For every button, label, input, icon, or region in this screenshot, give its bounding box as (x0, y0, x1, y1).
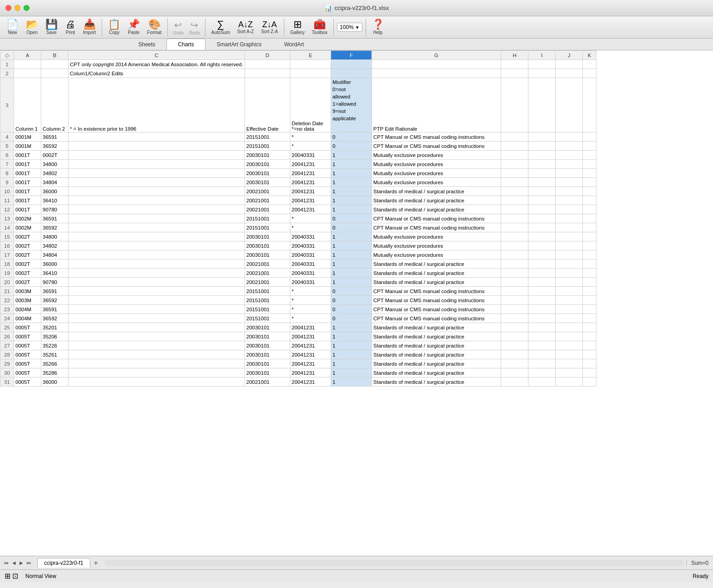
add-sheet-button[interactable]: + (90, 558, 102, 568)
row-num: 18 (0, 260, 14, 269)
table-row: 14 0002M 36592 20151001 * 0 CPT Manual o… (0, 223, 596, 232)
sheet-navigation: ⏮ ◀ ▶ ⏭ (0, 559, 35, 566)
row-num: 25 (0, 323, 14, 332)
col-header-d[interactable]: D (245, 51, 290, 60)
row-num: 3 (0, 78, 14, 132)
spreadsheet-area: ◇ A B C D E F G H I J K 1 CPT only copyr… (0, 50, 713, 556)
sheet-tab[interactable]: ccipra-v223r0-f1 (37, 558, 90, 568)
col-header-f[interactable]: F (331, 51, 372, 60)
row-num: 13 (0, 214, 14, 223)
row-num: 23 (0, 305, 14, 314)
tab-smartart[interactable]: SmartArt Graphics (205, 39, 273, 50)
redo-button[interactable]: ↪ Redo (187, 19, 202, 36)
normal-view-icon[interactable]: ⊞ (5, 572, 10, 580)
table-row: 31 0005T 36000 20021001 20041231 1 Stand… (0, 377, 596, 387)
toolbar: 📄 New 📂 Open 💾 Save 🖨 Print 📥 Import 📋 C… (0, 16, 713, 39)
table-row: 13 0002M 36591 20151001 * 0 CPT Manual o… (0, 214, 596, 223)
table-row: 8 0001T 34802 20030101 20041231 1 Mutual… (0, 169, 596, 178)
table-row: 6 0001T 0002T 20030101 20040331 1 Mutual… (0, 151, 596, 160)
divider-1 (102, 18, 102, 36)
table-row: 5 0001M 36592 20151001 * 0 CPT Manual or… (0, 142, 596, 151)
tab-wordart[interactable]: WordArt (273, 39, 315, 50)
row-num: 2 (0, 69, 14, 78)
column-header-row: ◇ A B C D E F G H I J K (0, 51, 596, 60)
divider-4 (284, 18, 284, 36)
copy-button[interactable]: 📋 Copy (105, 19, 123, 36)
row-num: 6 (0, 151, 14, 160)
file-icon: 📊 (324, 5, 332, 12)
sum-display: Sum=0 (686, 560, 713, 566)
tab-charts[interactable]: Charts (166, 39, 205, 50)
toolbox-button[interactable]: 🧰 Toolbox (309, 19, 330, 36)
table-row: 26 0005T 35206 20030101 20041231 1 Stand… (0, 332, 596, 341)
sort-az-button[interactable]: A↓Z Sort A-Z (234, 20, 257, 35)
nav-last[interactable]: ⏭ (25, 559, 33, 566)
window-title: 📊 ccipra-v223r0-f1.xlsx (324, 5, 389, 12)
table-row: 29 0005T 35266 20030101 20041231 1 Stand… (0, 359, 596, 368)
autosum-button[interactable]: ∑ AutoSum (209, 19, 233, 36)
col-header-e[interactable]: E (290, 51, 331, 60)
nav-prev[interactable]: ◀ (11, 559, 17, 566)
col-header-a[interactable]: A (14, 51, 41, 60)
print-button[interactable]: 🖨 Print (62, 19, 78, 36)
import-icon: 📥 (83, 20, 96, 29)
paste-icon: 📌 (127, 20, 140, 29)
gallery-button[interactable]: ⊞ Gallery (288, 19, 308, 36)
help-button[interactable]: ❓ Help (369, 19, 387, 36)
paste-button[interactable]: 📌 Paste (125, 19, 142, 36)
open-icon: 📂 (26, 20, 38, 29)
row-num: 28 (0, 350, 14, 359)
ready-label: Ready (693, 573, 708, 579)
row-num: 30 (0, 368, 14, 377)
import-button[interactable]: 📥 Import (80, 19, 98, 36)
bottom-bar: ⏮ ◀ ▶ ⏭ ccipra-v223r0-f1 + Sum=0 (0, 556, 713, 569)
table-row: 11 0001T 36410 20021001 20041231 1 Stand… (0, 196, 596, 205)
col-header-i[interactable]: I (528, 51, 556, 60)
new-button[interactable]: 📄 New (4, 19, 21, 36)
save-icon: 💾 (45, 20, 58, 29)
row-num: 10 (0, 187, 14, 196)
row-num: 31 (0, 377, 14, 387)
ribbon: Sheets Charts SmartArt Graphics WordArt (0, 39, 713, 50)
tab-sheets[interactable]: Sheets (127, 39, 166, 50)
format-button[interactable]: 🎨 Format (144, 19, 164, 36)
nav-first[interactable]: ⏮ (3, 559, 10, 566)
col-header-b[interactable]: B (41, 51, 68, 60)
spreadsheet-table: ◇ A B C D E F G H I J K 1 CPT only copyr… (0, 50, 596, 387)
undo-icon: ↩ (174, 20, 182, 30)
row-num: 16 (0, 241, 14, 250)
undo-button[interactable]: ↩ Undo (171, 19, 186, 36)
redo-icon: ↪ (190, 20, 198, 30)
close-button[interactable] (5, 5, 11, 11)
row-num: 29 (0, 359, 14, 368)
page-view-icon[interactable]: ⊡ (12, 572, 18, 580)
col-header-g[interactable]: G (372, 51, 501, 60)
table-row: 9 0001T 34804 20030101 20041231 1 Mutual… (0, 178, 596, 187)
open-button[interactable]: 📂 Open (23, 19, 41, 36)
zoom-control[interactable]: 100% ▼ (337, 23, 362, 32)
view-icons: ⊞ ⊡ (5, 572, 18, 580)
col-header-k[interactable]: K (583, 51, 596, 60)
minimize-button[interactable] (15, 5, 20, 11)
horizontal-scrollbar[interactable] (104, 560, 684, 566)
row-num: 26 (0, 332, 14, 341)
zoom-arrow: ▼ (355, 25, 360, 30)
table-row: 28 0005T 35261 20030101 20041231 1 Stand… (0, 350, 596, 359)
row-num: 1 (0, 60, 14, 69)
corner-cell: ◇ (0, 51, 14, 60)
col-header-h[interactable]: H (501, 51, 528, 60)
table-row: 16 0002T 34802 20030101 20040331 1 Mutua… (0, 241, 596, 250)
row-num: 9 (0, 178, 14, 187)
save-button[interactable]: 💾 Save (43, 19, 60, 36)
gallery-icon: ⊞ (293, 20, 302, 29)
window-controls (5, 5, 29, 11)
sort-za-button[interactable]: Z↓A Sort Z-A (259, 20, 281, 35)
sort-za-icon: Z↓A (262, 20, 277, 29)
row-num: 21 (0, 287, 14, 296)
format-icon: 🎨 (148, 20, 161, 29)
maximize-button[interactable] (24, 5, 29, 11)
col-header-j[interactable]: J (556, 51, 583, 60)
nav-next[interactable]: ▶ (18, 559, 24, 566)
divider-2 (167, 18, 168, 36)
col-header-c[interactable]: C (68, 51, 245, 60)
